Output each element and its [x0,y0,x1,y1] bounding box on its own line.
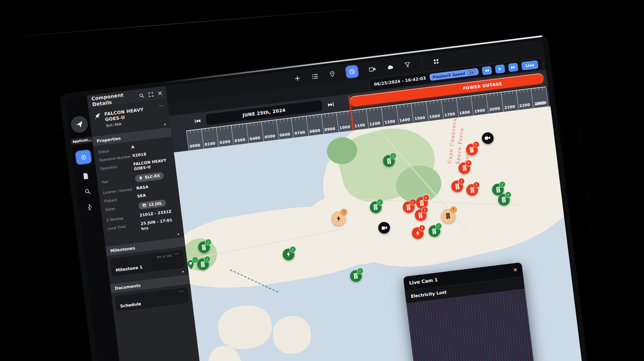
video-camera-button[interactable] [369,66,376,72]
building-marker[interactable]: ✓ [349,269,362,282]
lightning-bolt-icon [336,215,342,222]
live-button[interactable]: Live [521,60,538,70]
list-button[interactable] [311,73,319,79]
screen-bezel: Applicati... [59,34,589,361]
ruler-major-tick [456,98,459,118]
main-area: 06/25/2024 - 16:42:03 Playback Speed 1x [166,40,583,361]
video-camera-icon [381,225,387,231]
skip-to-start-button[interactable] [192,116,203,126]
playback-speed-label: Playback Speed [432,71,465,79]
app-logo[interactable] [70,115,88,134]
ruler-tick-label: 1300 [384,119,395,124]
ruler-tick-label: 0800 [309,128,321,134]
building-icon [469,146,475,153]
photo-stage: ••• Applicati... [0,0,644,361]
ruler-tick-label: 0900 [324,126,335,132]
ruler-major-tick [231,126,234,145]
lightning-bolt-icon [286,251,291,257]
grid-layout-button[interactable] [433,58,439,65]
search-icon [84,188,91,195]
ruler-tick-label: 2400 [535,100,547,106]
map-island [216,303,274,352]
ruler-major-tick [306,116,309,136]
ruler-tick-label: 0600 [279,132,291,137]
ruler-major-tick [276,120,279,140]
ruler-tick-label: 0000 [189,143,201,148]
expand-icon[interactable] [148,92,154,97]
person-walking-icon [86,204,93,211]
ruler-tick-label: 1000 [339,125,351,130]
ruler-tick-label: 1500 [414,115,425,121]
power-outage-label: POWER OUTAGE [462,81,503,90]
ruler-tick-label: 0300 [235,137,246,143]
ruler-tick-label: 1900 [474,108,485,113]
ruler-major-tick [321,114,324,134]
clock-time-button[interactable] [346,65,358,78]
video-camera-icon [484,136,490,141]
milestone-name: Milestone 1 [115,264,143,272]
document-icon [83,173,89,180]
ruler-tick-label: 0400 [249,136,261,141]
ruler-major-tick [201,129,204,149]
laptop-screen: Applicati... [59,34,589,361]
app-rail-label: Applicati... [71,137,92,145]
ruler-major-tick [411,104,414,123]
close-icon[interactable]: ✕ [513,267,518,273]
ruler-tick-label: 0100 [205,141,216,146]
sidebar-item-search[interactable] [84,188,91,195]
properties-list: StatusAOperation NumberX2018OperationFAL… [93,136,183,241]
ruler-major-tick [291,118,294,138]
building-icon [373,204,379,210]
ruler-major-tick [531,89,534,108]
sidebar-item-documents[interactable] [83,173,89,180]
property-label: Dates [105,203,139,211]
fast-forward-button[interactable] [508,63,518,72]
ruler-tick-label: 1200 [369,121,381,126]
ruler-major-tick [501,93,504,112]
ruler-major-tick [516,91,519,110]
map-island [271,314,313,356]
document-menu-icon[interactable]: ⋯ [179,290,184,293]
property-chip[interactable]: 12 JUL [138,199,166,210]
building-icon [419,200,425,206]
sidebar-item-active[interactable] [75,150,92,164]
playback-datetime: 06/25/2024 - 16:42:03 [374,76,426,86]
milestone-progress: 0% of 100 [157,254,172,259]
search-icon[interactable] [139,93,144,98]
building-icon [386,158,392,164]
ruler-major-tick [396,106,399,125]
play-button[interactable] [495,64,505,74]
ruler-tick-label: 2100 [504,104,515,110]
add-button[interactable] [294,75,301,82]
rewind-button[interactable] [482,66,492,75]
ruler-major-tick [381,107,384,127]
location-pin-button[interactable] [329,70,335,77]
sidebar-item-personnel[interactable] [86,204,93,211]
ruler-major-tick [216,127,219,147]
playback-speed-value: 1x [467,69,476,75]
app-window: Applicati... [65,40,583,361]
app-active-icon [80,154,87,160]
entity-menu-icon[interactable]: ⋯ [159,104,164,107]
ruler-major-tick [486,94,489,114]
close-icon[interactable] [157,91,162,96]
toolbar-divider [421,59,422,67]
laptop-lid-edge [0,9,358,39]
weather-cloud-button[interactable] [386,64,393,70]
ruler-tick-label: 0500 [264,134,275,139]
location-pin-icon [139,176,143,180]
ruler-major-tick [261,122,264,141]
milestone-menu-icon[interactable]: ⋯ [174,252,180,255]
building-icon [201,244,207,250]
lightning-bolt-icon [415,230,421,236]
building-icon [418,212,423,218]
ruler-tick-label: 1600 [429,113,440,119]
filter-button[interactable] [404,62,411,68]
building-icon [454,183,460,189]
ruler-tick-label: 2200 [519,102,530,108]
building-icon [469,187,475,193]
ruler-tick-label: 0700 [294,130,305,136]
skip-to-end-button[interactable] [325,100,336,109]
live-cam-title: Live Cam 1 [409,277,438,286]
ruler-tick-label: 0200 [219,139,231,144]
